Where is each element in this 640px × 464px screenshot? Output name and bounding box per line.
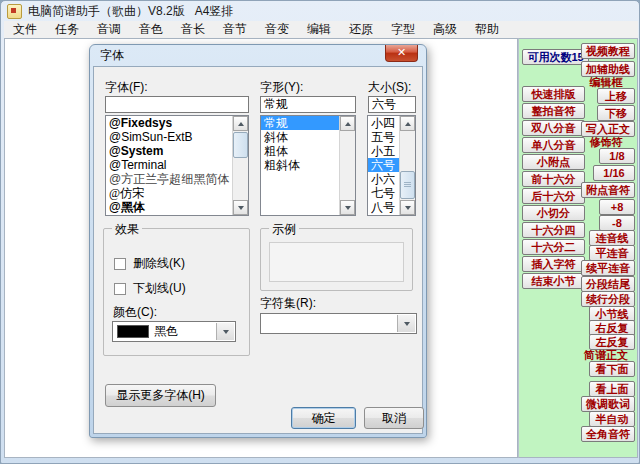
menu-item-3[interactable]: 音色 bbox=[130, 21, 172, 38]
left-button-4[interactable]: 单八分音 bbox=[522, 137, 585, 153]
right-button-24[interactable]: 半自动 bbox=[589, 411, 635, 427]
list-item[interactable]: @方正兰亭超细黑简体 bbox=[106, 172, 235, 186]
menu-item-6[interactable]: 音变 bbox=[256, 21, 298, 38]
right-button-16[interactable]: 续行分段 bbox=[581, 291, 635, 307]
left-button-5[interactable]: 小附点 bbox=[522, 154, 585, 170]
menu-item-0[interactable]: 文件 bbox=[4, 21, 46, 38]
menu-item-1[interactable]: 任务 bbox=[46, 21, 88, 38]
scrollbar[interactable] bbox=[339, 116, 355, 215]
left-button-9[interactable]: 十六分四 bbox=[522, 222, 585, 238]
scrollbar-thumb[interactable] bbox=[233, 132, 248, 158]
scrollbar[interactable] bbox=[399, 116, 415, 215]
dialog-body: 字体(F): @Fixedsys@SimSun-ExtB@System@Term… bbox=[93, 66, 423, 434]
menu-item-11[interactable]: 帮助 bbox=[466, 21, 508, 38]
list-item[interactable]: 小五 bbox=[368, 144, 402, 158]
underline-label: 下划线(U) bbox=[133, 280, 186, 297]
font-list: @Fixedsys@SimSun-ExtB@System@Terminal@方正… bbox=[105, 115, 249, 216]
color-dropdown[interactable]: 黑色 bbox=[112, 321, 236, 342]
scroll-down-icon[interactable] bbox=[340, 200, 355, 215]
right-button-12[interactable]: 连音线 bbox=[589, 230, 635, 246]
list-item[interactable]: 小四 bbox=[368, 116, 402, 130]
window-title: 电脑简谱助手（歌曲）V8.2版 A4竖排 bbox=[28, 3, 233, 20]
right-button-7[interactable]: 1/8 bbox=[599, 148, 635, 164]
font-style-input[interactable]: 常规 bbox=[260, 96, 356, 113]
menu-item-4[interactable]: 音长 bbox=[172, 21, 214, 38]
font-name-input[interactable] bbox=[105, 96, 249, 113]
right-button-1[interactable]: 加辅助线 bbox=[581, 61, 635, 77]
left-button-8[interactable]: 小切分 bbox=[522, 205, 585, 221]
right-button-25[interactable]: 全角音符 bbox=[581, 426, 635, 442]
list-item[interactable]: 斜体 bbox=[261, 130, 342, 144]
color-swatch bbox=[117, 325, 149, 338]
list-item[interactable]: 粗体 bbox=[261, 144, 342, 158]
left-button-7[interactable]: 后十六分 bbox=[522, 188, 585, 204]
list-item[interactable]: 粗斜体 bbox=[261, 158, 342, 172]
right-button-0[interactable]: 视频教程 bbox=[581, 43, 635, 59]
left-button-1[interactable]: 快速排版 bbox=[522, 86, 585, 102]
menu-item-8[interactable]: 还原 bbox=[340, 21, 382, 38]
list-item[interactable]: 六号 bbox=[368, 158, 402, 172]
left-button-11[interactable]: 插入字符 bbox=[522, 256, 585, 272]
list-item[interactable]: @仿宋 bbox=[106, 186, 235, 200]
left-button-10[interactable]: 十六分二 bbox=[522, 239, 585, 255]
left-button-3[interactable]: 双八分音 bbox=[522, 120, 585, 136]
left-button-12[interactable]: 结束小节 bbox=[522, 273, 585, 289]
right-button-22[interactable]: 看上面 bbox=[589, 381, 635, 397]
color-dropdown-button[interactable] bbox=[216, 323, 234, 340]
right-button-10[interactable]: +8 bbox=[599, 199, 635, 215]
list-item[interactable]: @Terminal bbox=[106, 158, 235, 172]
right-button-13[interactable]: 平连音 bbox=[589, 245, 635, 261]
list-item[interactable]: 常规 bbox=[261, 116, 342, 130]
right-button-11[interactable]: -8 bbox=[599, 215, 635, 231]
right-button-9[interactable]: 附点音符 bbox=[581, 182, 635, 198]
list-item[interactable]: @黑体 bbox=[106, 200, 235, 214]
right-button-3[interactable]: 上移 bbox=[597, 88, 635, 104]
left-button-6[interactable]: 前十六分 bbox=[522, 171, 585, 187]
left-button-2[interactable]: 整拍音符 bbox=[522, 103, 585, 119]
menu-item-5[interactable]: 音节 bbox=[214, 21, 256, 38]
right-button-4[interactable]: 下移 bbox=[597, 105, 635, 121]
menu-item-9[interactable]: 字型 bbox=[382, 21, 424, 38]
menu-item-10[interactable]: 高级 bbox=[424, 21, 466, 38]
strikeout-row: 删除线(K) bbox=[114, 255, 185, 272]
list-item[interactable]: 小六 bbox=[368, 172, 402, 186]
scroll-down-icon[interactable] bbox=[400, 200, 415, 215]
list-item[interactable]: @SimSun-ExtB bbox=[106, 130, 235, 144]
list-item[interactable]: 八号 bbox=[368, 200, 402, 214]
more-fonts-button[interactable]: 显示更多字体(H) bbox=[105, 384, 216, 407]
list-item[interactable]: 五号 bbox=[368, 130, 402, 144]
dialog-titlebar[interactable]: 字体 bbox=[90, 45, 426, 66]
window-titlebar[interactable]: 电脑简谱助手（歌曲）V8.2版 A4竖排 bbox=[1, 1, 639, 21]
list-item[interactable]: @Fixedsys bbox=[106, 116, 235, 130]
font-size-input[interactable]: 六号 bbox=[368, 96, 416, 113]
menu-item-2[interactable]: 音调 bbox=[88, 21, 130, 38]
right-button-23[interactable]: 微调歌词 bbox=[581, 396, 635, 412]
charset-dropdown[interactable] bbox=[260, 313, 417, 334]
cancel-button[interactable]: 取消 bbox=[364, 407, 424, 429]
scroll-up-icon[interactable] bbox=[233, 116, 248, 131]
color-label: 颜色(C): bbox=[113, 304, 157, 321]
close-button[interactable]: ✕ bbox=[385, 45, 418, 62]
app-icon bbox=[7, 4, 22, 19]
menu-item-7[interactable]: 编辑 bbox=[298, 21, 340, 38]
strikeout-checkbox[interactable] bbox=[114, 258, 126, 270]
menubar: 文件任务音调音色音长音节音变编辑还原字型高级帮助 bbox=[4, 21, 638, 39]
underline-checkbox[interactable] bbox=[114, 283, 126, 295]
scrollbar-thumb[interactable] bbox=[400, 171, 415, 199]
right-button-15[interactable]: 分段结尾 bbox=[581, 276, 635, 292]
right-button-21[interactable]: 看下面 bbox=[589, 361, 635, 377]
scroll-up-icon[interactable] bbox=[400, 116, 415, 131]
scroll-down-icon[interactable] bbox=[233, 200, 248, 215]
ok-button[interactable]: 确定 bbox=[291, 407, 356, 429]
scroll-up-icon[interactable] bbox=[340, 116, 355, 131]
right-button-14[interactable]: 续平连音 bbox=[581, 260, 635, 276]
list-item[interactable]: 七号 bbox=[368, 186, 402, 200]
list-item[interactable]: @System bbox=[106, 144, 235, 158]
right-button-8[interactable]: 1/16 bbox=[593, 165, 635, 181]
right-button-19[interactable]: 左反复 bbox=[589, 334, 635, 350]
scrollbar[interactable] bbox=[232, 116, 248, 215]
size-label: 大小(S): bbox=[368, 79, 411, 96]
charset-dropdown-button[interactable] bbox=[397, 315, 415, 332]
underline-row: 下划线(U) bbox=[114, 280, 186, 297]
right-button-5[interactable]: 写入正文 bbox=[581, 121, 635, 137]
